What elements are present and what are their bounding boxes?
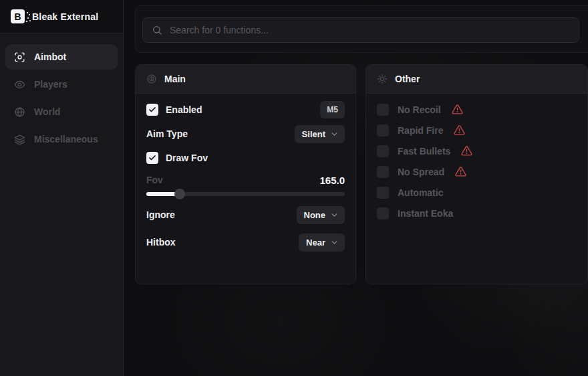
toggle-row-rapid-fire: Rapid Fire <box>377 120 577 140</box>
toggle-row-instant-eoka: Instant Eoka <box>377 203 577 223</box>
sidebar-item-world[interactable]: World <box>5 99 118 124</box>
no-recoil-label: No Recoil <box>398 104 441 115</box>
rapid-fire-checkbox[interactable] <box>377 124 389 136</box>
chevron-down-icon <box>330 238 339 247</box>
ignore-value: None <box>304 210 326 220</box>
sidebar-item-label: Players <box>34 79 67 90</box>
search-icon <box>152 25 162 35</box>
hitbox-row: Hitbox Near <box>146 230 345 254</box>
panels-grid: Main Enabled M5 Aim Type Silent <box>135 64 588 284</box>
search-placeholder: Search for 0 functions... <box>170 25 269 35</box>
aim-type-row: Aim Type Silent <box>146 122 345 146</box>
sidebar-item-aimbot[interactable]: Aimbot <box>5 44 118 70</box>
no-recoil-checkbox[interactable] <box>377 104 389 116</box>
sidebar-item-label: Aimbot <box>34 52 66 62</box>
fov-row: Fov 165.0 <box>146 171 345 189</box>
app-title: Bleak External <box>32 11 98 22</box>
enabled-checkbox[interactable] <box>146 104 158 116</box>
ignore-dropdown[interactable]: None <box>297 206 345 224</box>
automatic-checkbox[interactable] <box>377 187 389 199</box>
ignore-row: Ignore None <box>146 203 345 227</box>
toggle-row-no-spread: No Spread <box>377 161 577 182</box>
layers-icon <box>14 134 25 145</box>
panel-other: Other No Recoil Rapid Fire <box>365 64 588 284</box>
panel-other-header: Other <box>366 65 587 94</box>
crosshair-focus-icon <box>14 52 25 63</box>
hitbox-dropdown[interactable]: Near <box>299 233 345 252</box>
toggle-row-fast-bullets: Fast Bullets <box>377 140 577 161</box>
instant-eoka-checkbox[interactable] <box>377 207 389 219</box>
enabled-keybind-button[interactable]: M5 <box>320 101 345 118</box>
chevron-down-icon <box>330 130 339 138</box>
target-icon <box>146 74 157 84</box>
draw-fov-checkbox[interactable] <box>146 152 158 164</box>
automatic-label: Automatic <box>398 187 443 198</box>
instant-eoka-label: Instant Eoka <box>398 208 453 219</box>
toggle-row-no-recoil: No Recoil <box>377 99 577 120</box>
panel-title: Main <box>164 74 186 84</box>
main-content: Search for 0 functions... Main <box>124 0 588 376</box>
sidebar-item-label: World <box>34 106 60 117</box>
fov-slider[interactable] <box>146 192 345 196</box>
no-spread-label: No Spread <box>398 167 444 177</box>
fov-label: Fov <box>146 175 163 185</box>
eye-icon <box>14 79 25 90</box>
gear-icon <box>377 74 388 84</box>
panel-title: Other <box>395 74 420 84</box>
hitbox-label: Hitbox <box>146 237 176 248</box>
warning-icon <box>455 166 466 177</box>
fast-bullets-checkbox[interactable] <box>377 145 389 157</box>
warning-icon <box>461 145 472 157</box>
panel-main-body: Enabled M5 Aim Type Silent <box>136 94 355 254</box>
sidebar-item-players[interactable]: Players <box>5 72 118 97</box>
rapid-fire-label: Rapid Fire <box>398 125 443 136</box>
chevron-down-icon <box>330 211 339 219</box>
logo-row: B Bleak External <box>0 0 123 33</box>
app-logo-icon: B <box>11 9 25 23</box>
sidebar: B Bleak External Aimbot Players <box>0 0 124 376</box>
search-panel: Search for 0 functions... <box>135 5 588 53</box>
hitbox-value: Near <box>306 238 325 248</box>
ignore-label: Ignore <box>146 209 175 220</box>
enabled-row: Enabled M5 <box>146 98 345 122</box>
aim-type-value: Silent <box>302 129 325 139</box>
draw-fov-label: Draw Fov <box>166 153 208 163</box>
no-spread-checkbox[interactable] <box>377 166 389 178</box>
warning-icon <box>452 104 463 115</box>
warning-icon <box>454 124 465 136</box>
aim-type-dropdown[interactable]: Silent <box>295 125 345 143</box>
globe-icon <box>14 106 25 118</box>
sidebar-nav: Aimbot Players World <box>0 33 123 159</box>
fast-bullets-label: Fast Bullets <box>398 146 450 157</box>
enabled-label: Enabled <box>166 104 202 115</box>
panel-main-header: Main <box>136 65 355 94</box>
sidebar-item-label: Miscellaneous <box>34 134 98 145</box>
fov-value: 165.0 <box>319 175 345 186</box>
draw-fov-row: Draw Fov <box>146 146 345 170</box>
panel-other-body: No Recoil Rapid Fire Fast Bullets <box>366 94 587 223</box>
search-input[interactable]: Search for 0 functions... <box>142 17 579 43</box>
panel-main: Main Enabled M5 Aim Type Silent <box>135 64 356 284</box>
sidebar-item-miscellaneous[interactable]: Miscellaneous <box>5 126 118 152</box>
fov-slider-thumb[interactable] <box>174 189 185 199</box>
toggle-row-automatic: Automatic <box>377 182 577 203</box>
aim-type-label: Aim Type <box>146 128 188 139</box>
